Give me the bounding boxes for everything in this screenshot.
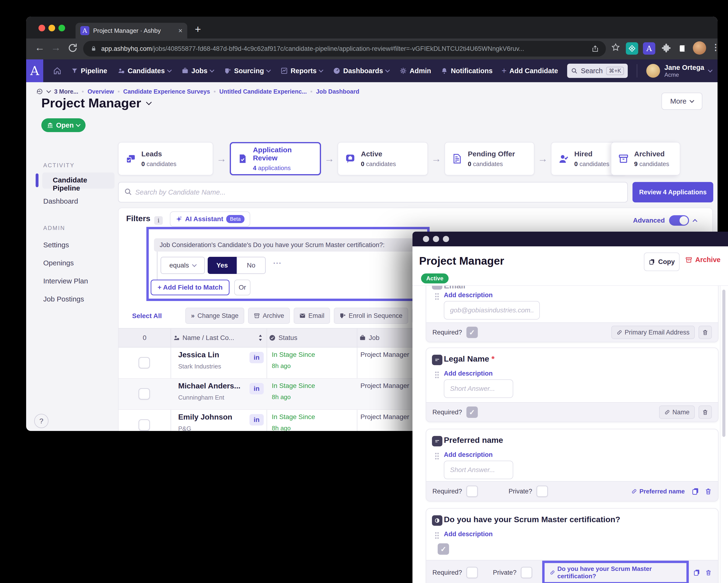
candidate-name[interactable]: Jessica Lin [178, 350, 219, 359]
filter-condition-pill[interactable]: Job Consideration's Candidate's Do you h… [154, 238, 414, 251]
browser-tab[interactable]: A Project Manager · Ashby × [76, 23, 187, 38]
mapped-field-button[interactable]: Primary Email Address [612, 326, 695, 339]
chrome-profile-avatar[interactable] [693, 41, 706, 55]
back-icon[interactable]: ← [35, 42, 45, 53]
column-header-job[interactable]: Job [359, 328, 380, 347]
info-icon[interactable]: i [154, 216, 163, 225]
add-field-to-match-button[interactable]: + Add Field to Match [151, 280, 230, 295]
email-button[interactable]: Email [294, 308, 330, 324]
filter-row-ellipsis[interactable]: ··· [273, 259, 282, 267]
ashby-logo[interactable]: A [26, 59, 43, 82]
sidebar-item-dashboard[interactable]: Dashboard [26, 197, 78, 205]
candidate-name[interactable]: Emily Johnson [178, 413, 232, 421]
delete-field-button[interactable] [699, 405, 712, 419]
archive-form-button[interactable]: Archive [685, 256, 720, 264]
trash-icon[interactable] [705, 569, 712, 576]
stage-card-leads[interactable]: Leads 0 candidates [118, 142, 213, 175]
mapped-field-button[interactable]: Name [659, 405, 695, 419]
filter-value-yes[interactable]: Yes [208, 257, 237, 274]
column-header-status[interactable]: Status [269, 328, 297, 347]
window-close-button[interactable] [38, 25, 45, 31]
nav-item-jobs[interactable]: Jobs [182, 67, 214, 75]
boolean-preview-checkbox[interactable]: ✓ [438, 543, 449, 555]
sort-icon[interactable] [257, 334, 264, 342]
forward-icon[interactable]: → [51, 42, 61, 53]
stage-card-archived[interactable]: Archived 9 candidates [611, 142, 680, 175]
trash-icon[interactable] [705, 488, 712, 495]
column-header-name[interactable]: Name / Last Co... [173, 328, 234, 347]
duplicate-icon[interactable] [692, 487, 700, 495]
drag-handle-icon[interactable] [434, 371, 440, 380]
job-status-button[interactable]: Open [41, 118, 85, 132]
select-all-link[interactable]: Select All [132, 312, 162, 320]
add-candidate-button[interactable]: + Add Candidate [501, 66, 558, 76]
new-tab-button[interactable]: + [195, 23, 201, 35]
nav-item-sourcing[interactable]: Sourcing [224, 67, 270, 75]
stage-card-pending-offer[interactable]: Pending Offer 0 candidates [445, 142, 535, 175]
breadcrumb-item[interactable]: Job Dashboard [316, 88, 359, 95]
delete-field-button[interactable] [699, 326, 712, 339]
review-applications-button[interactable]: Review 4 Applications [632, 182, 713, 203]
add-description-link[interactable]: Add description [444, 292, 493, 299]
extension-puzzle-icon[interactable] [660, 42, 672, 55]
tab-close-icon[interactable]: × [178, 27, 182, 35]
mapped-field-link[interactable]: Preferred name [631, 488, 685, 495]
row-checkbox[interactable] [138, 388, 150, 400]
email-answer-input[interactable] [444, 301, 540, 320]
add-description-link[interactable]: Add description [444, 451, 493, 458]
window-dot[interactable] [433, 236, 439, 242]
breadcrumb-item[interactable]: Candidate Experience Surveys [123, 88, 210, 95]
candidate-name[interactable]: Michael Anders... [178, 381, 240, 390]
add-description-link[interactable]: Add description [444, 370, 493, 377]
nav-item-admin[interactable]: Admin [400, 67, 431, 75]
reload-icon[interactable] [68, 43, 78, 54]
drag-handle-icon[interactable] [434, 531, 440, 540]
breadcrumb-item[interactable]: Overview [87, 88, 114, 95]
scrollbar-thumb[interactable] [722, 290, 725, 437]
required-checkbox[interactable] [466, 485, 478, 497]
nav-item-reports[interactable]: Reports [281, 67, 323, 75]
home-icon[interactable] [53, 67, 61, 75]
linkedin-badge[interactable]: in [250, 352, 264, 363]
bookmark-star-icon[interactable] [611, 43, 620, 53]
candidate-search-input[interactable] [118, 182, 628, 203]
mapped-field-link[interactable]: Do you have your Scrum Master certificat… [550, 565, 681, 580]
help-button[interactable]: ? [34, 414, 49, 428]
chrome-menu-icon[interactable]: ⋮ [711, 42, 718, 52]
required-checkbox[interactable] [466, 567, 478, 578]
row-checkbox[interactable] [138, 357, 150, 369]
user-menu[interactable]: Jane Ortega Acme [646, 64, 712, 78]
more-button[interactable]: More [661, 92, 702, 110]
window-zoom-button[interactable] [58, 25, 65, 31]
breadcrumb-item[interactable]: Untitled Candidate Experienc... [219, 88, 307, 95]
sidebar-item-job-postings[interactable]: Job Postings [26, 295, 84, 303]
enroll-in-sequence-button[interactable]: Enroll in Sequence [334, 308, 408, 324]
breadcrumb-more[interactable]: 3 More... [54, 88, 78, 95]
private-checkbox[interactable] [537, 485, 548, 497]
sidebar-item-candidate-pipeline[interactable]: Candidate Pipeline [42, 173, 114, 189]
filter-value-no[interactable]: No [237, 257, 266, 274]
linkedin-badge[interactable]: in [250, 414, 264, 425]
window-minimize-button[interactable] [49, 25, 55, 31]
change-stage-button[interactable]: » Change Stage [185, 308, 244, 324]
stage-card-application-review[interactable]: Application Review 4 applications [230, 142, 321, 175]
drag-handle-icon[interactable] [434, 292, 440, 301]
advanced-toggle[interactable] [669, 215, 689, 226]
add-description-link[interactable]: Add description [444, 530, 493, 538]
required-checkbox[interactable]: ✓ [466, 327, 478, 338]
stage-card-active[interactable]: Active 0 candidates [338, 142, 428, 175]
form-scroll-area[interactable]: Email Add description Required? ✓ [413, 285, 728, 583]
archive-button[interactable]: Archive [248, 308, 290, 324]
duplicate-icon[interactable] [693, 568, 700, 577]
sidebar-item-interview-plan[interactable]: Interview Plan [26, 277, 88, 285]
chevron-up-icon[interactable] [693, 219, 697, 224]
linkedin-badge[interactable]: in [250, 383, 264, 394]
window-dot[interactable] [443, 236, 449, 242]
share-icon[interactable] [592, 45, 599, 53]
url-bar[interactable]: app.ashbyhq.com/jobs/40855877-fd68-487d-… [83, 41, 606, 56]
window-dot[interactable] [423, 236, 429, 242]
short-answer-input[interactable] [444, 379, 513, 398]
extension-ashby-icon[interactable]: A [643, 42, 655, 55]
page-title-chevron-icon[interactable] [146, 99, 152, 105]
extension-teal-icon[interactable] [626, 42, 638, 55]
